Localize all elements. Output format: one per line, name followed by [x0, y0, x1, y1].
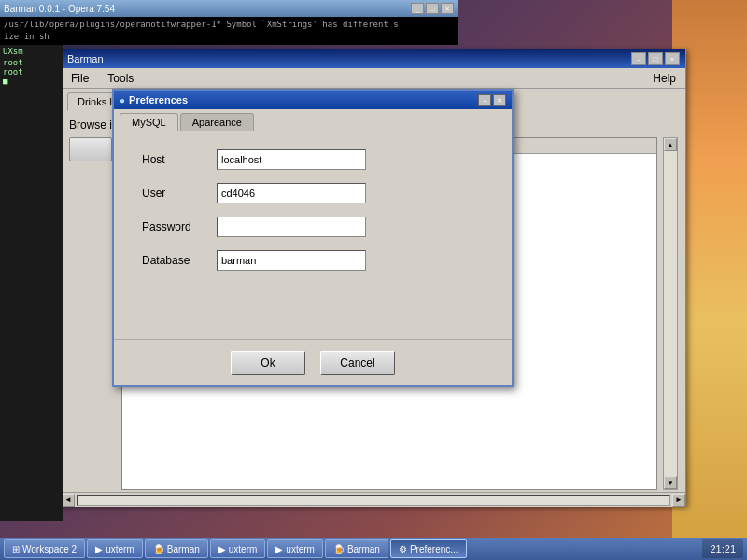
dialog-title-dot: ● — [120, 95, 125, 105]
tab-appearance[interactable]: Apareance — [180, 113, 254, 131]
taskbar-uxterm-3[interactable]: ▶ uxterm — [267, 539, 323, 558]
dialog-footer: Ok Cancel — [114, 339, 512, 385]
taskbar-barman-2[interactable]: 🍺 Barman — [325, 539, 388, 558]
taskbar-workspace[interactable]: ⊞ Workspace 2 — [4, 539, 85, 558]
terminal-icon-1: ▶ — [95, 544, 103, 554]
taskbar-prefs[interactable]: ⚙ Preferenc... — [390, 539, 467, 558]
user-input[interactable] — [217, 183, 366, 203]
database-label: Database — [142, 254, 217, 267]
dialog-body: Host User Password Database — [114, 131, 512, 302]
dialog-overlay: ● Preferences - × MySQL Apareance Host U… — [0, 0, 747, 560]
preferences-dialog: ● Preferences - × MySQL Apareance Host U… — [112, 89, 514, 387]
database-input[interactable] — [217, 250, 366, 271]
user-label: User — [142, 187, 217, 200]
barman-icon-2: 🍺 — [333, 544, 345, 554]
dialog-title: ● Preferences — [120, 94, 188, 105]
workspace-icon: ⊞ — [12, 544, 20, 554]
password-row: Password — [142, 217, 484, 237]
dialog-minimize-btn[interactable]: - — [478, 94, 491, 106]
host-label: Host — [142, 153, 217, 166]
database-row: Database — [142, 250, 484, 271]
prefs-icon: ⚙ — [399, 544, 407, 554]
taskbar-uxterm-1[interactable]: ▶ uxterm — [87, 539, 143, 558]
host-input[interactable] — [217, 149, 366, 170]
tab-mysql[interactable]: MySQL — [120, 113, 178, 131]
dialog-titlebar: ● Preferences - × — [114, 91, 512, 109]
dialog-titlebar-buttons: - × — [478, 94, 506, 106]
password-input[interactable] — [217, 217, 366, 237]
terminal-icon-3: ▶ — [275, 544, 283, 554]
taskbar-uxterm-2[interactable]: ▶ uxterm — [210, 539, 266, 558]
ok-button[interactable]: Ok — [231, 351, 305, 375]
dialog-tabs: MySQL Apareance — [114, 109, 512, 131]
password-label: Password — [142, 220, 217, 233]
dialog-close-btn[interactable]: × — [493, 94, 506, 106]
taskbar-clock: 21:21 — [702, 539, 743, 558]
host-row: Host — [142, 149, 484, 170]
terminal-icon-2: ▶ — [218, 544, 226, 554]
taskbar: ⊞ Workspace 2 ▶ uxterm 🍺 Barman ▶ uxterm… — [0, 538, 747, 560]
cancel-button[interactable]: Cancel — [320, 351, 395, 375]
user-row: User — [142, 183, 484, 203]
taskbar-barman-1[interactable]: 🍺 Barman — [145, 539, 208, 558]
barman-icon-1: 🍺 — [153, 544, 164, 554]
